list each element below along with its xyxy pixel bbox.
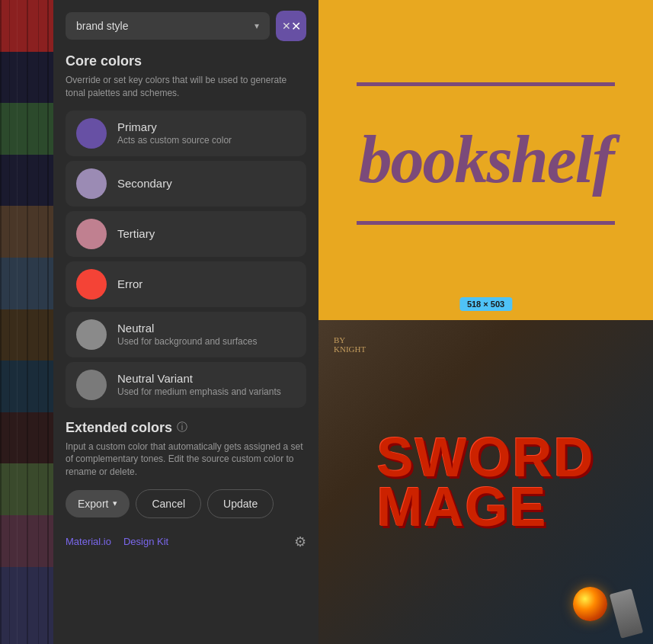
neutral-desc: Used for background and surfaces — [117, 336, 257, 347]
cancel-button[interactable]: Cancel — [136, 489, 201, 518]
bookshelf-text: bookshelf — [359, 127, 613, 194]
neutral-variant-swatch — [76, 370, 107, 400]
color-item-secondary[interactable]: Secondary — [66, 161, 306, 207]
left-panel: brand style ▾ ✕ Core colors Override or … — [0, 0, 318, 644]
top-bar: brand style ▾ ✕ — [66, 8, 306, 41]
sword-handle-graphic — [610, 588, 644, 639]
secondary-label: Secondary — [117, 177, 172, 190]
dimension-badge: 518 × 503 — [459, 297, 512, 311]
author-text: BYKNIGHT — [334, 335, 366, 354]
chevron-down-icon: ▾ — [254, 21, 259, 31]
sword-mage-text: SWORD MAGE — [377, 433, 595, 532]
core-colors-title: Core colors — [66, 53, 306, 69]
color-item-neutral-variant[interactable]: Neutral Variant Used for medium emphasis… — [66, 362, 306, 408]
core-colors-description: Override or set key colors that will be … — [66, 74, 306, 100]
bookshelf-preview: bookshelf 518 × 503 — [318, 0, 653, 320]
core-colors-section: Core colors Override or set key colors t… — [66, 53, 306, 420]
sword-mage-background: BYKNIGHT SWORD MAGE — [318, 320, 653, 644]
tertiary-info: Tertiary — [117, 227, 155, 240]
secondary-info: Secondary — [117, 177, 172, 190]
tertiary-swatch — [76, 219, 107, 249]
neutral-variant-label: Neutral Variant — [117, 372, 281, 385]
primary-desc: Acts as custom source color — [117, 135, 232, 146]
error-swatch — [76, 269, 107, 300]
sparkle-x-icon: ✕ — [291, 19, 301, 34]
footer: Material.io Design Kit ⚙ — [66, 530, 306, 550]
right-panel: bookshelf 518 × 503 BYKNIGHT SWORD MAGE — [318, 0, 653, 644]
orb-graphic — [573, 587, 607, 621]
bookshelf-line-bottom — [357, 221, 615, 225]
sidebar-content: brand style ▾ ✕ Core colors Override or … — [53, 0, 318, 644]
sword-mage-preview: BYKNIGHT SWORD MAGE — [318, 320, 653, 644]
export-label: Export — [78, 498, 108, 510]
export-button[interactable]: Export ▾ — [66, 490, 130, 517]
update-button[interactable]: Update — [207, 489, 274, 518]
color-list: Primary Acts as custom source color Seco… — [66, 111, 306, 408]
extended-colors-section: Extended colors ⓘ Input a custom color t… — [66, 420, 306, 489]
error-label: Error — [117, 277, 142, 290]
color-item-error[interactable]: Error — [66, 261, 306, 307]
material-io-link[interactable]: Material.io — [66, 536, 111, 547]
settings-icon[interactable]: ⚙ — [294, 533, 306, 550]
cancel-label: Cancel — [152, 498, 185, 510]
color-item-primary[interactable]: Primary Acts as custom source color — [66, 111, 306, 156]
bookshelf-line-top — [357, 82, 615, 86]
update-label: Update — [223, 498, 258, 510]
tertiary-label: Tertiary — [117, 227, 155, 240]
footer-links: Material.io Design Kit — [66, 536, 168, 547]
chevron-down-icon: ▾ — [113, 498, 117, 508]
primary-swatch — [76, 118, 107, 149]
color-item-neutral[interactable]: Neutral Used for background and surfaces — [66, 312, 306, 357]
primary-info: Primary Acts as custom source color — [117, 120, 232, 146]
secondary-swatch — [76, 168, 107, 199]
neutral-swatch — [76, 319, 107, 350]
brand-style-select[interactable]: brand style ▾ — [66, 12, 270, 40]
mage-line: MAGE — [377, 476, 548, 537]
error-info: Error — [117, 277, 142, 290]
color-item-tertiary[interactable]: Tertiary — [66, 211, 306, 257]
extended-description: Input a custom color that automatically … — [66, 441, 306, 479]
primary-label: Primary — [117, 120, 232, 133]
neutral-variant-desc: Used for medium emphasis and variants — [117, 386, 281, 397]
neutral-info: Neutral Used for background and surfaces — [117, 322, 257, 347]
bottom-actions: Export ▾ Cancel Update — [66, 489, 306, 518]
neutral-variant-info: Neutral Variant Used for medium emphasis… — [117, 372, 281, 397]
info-icon[interactable]: ⓘ — [177, 421, 187, 434]
books-background — [0, 0, 53, 644]
extended-title: Extended colors — [66, 420, 172, 436]
neutral-label: Neutral — [117, 322, 257, 335]
brand-select-label: brand style — [76, 20, 128, 32]
extended-header: Extended colors ⓘ — [66, 420, 306, 436]
design-kit-link[interactable]: Design Kit — [123, 536, 168, 547]
magic-button[interactable]: ✕ — [276, 11, 306, 41]
